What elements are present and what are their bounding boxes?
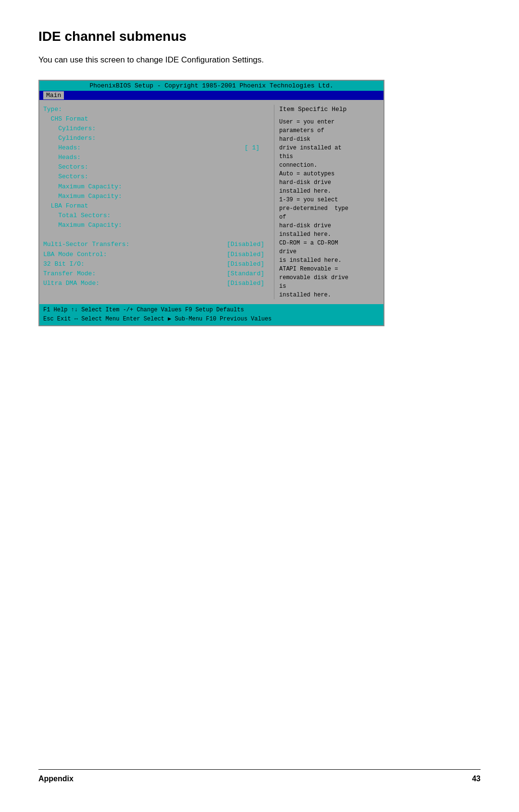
bios-footer-row2: Esc Exit ↔ Select Menu Enter Select ▶ Su… xyxy=(43,315,380,324)
bios-item-transfermode[interactable]: Transfer Mode:[Standard] xyxy=(43,269,269,279)
bios-item-cylinders1[interactable]: Cylinders: xyxy=(43,124,269,134)
bios-menu-main[interactable]: Main xyxy=(43,91,64,99)
bios-item-multisector[interactable]: Multi-Sector Transfers:[Disabled] xyxy=(43,240,269,249)
bios-help-title: Item Specific Help xyxy=(279,105,380,114)
bios-item-lbamode[interactable]: LBA Mode Control:[Disabled] xyxy=(43,250,269,259)
bios-help-text: User = you enter parameters of hard-disk… xyxy=(279,118,380,299)
bios-screen: PhoenixBIOS Setup - Copyright 1985-2001 … xyxy=(38,80,384,327)
bios-footer-row1: F1 Help ↑↓ Select Item -/+ Change Values… xyxy=(43,306,380,315)
bios-titlebar: PhoenixBIOS Setup - Copyright 1985-2001 … xyxy=(39,81,383,91)
bios-item-cylinders2[interactable]: Cylinders: xyxy=(43,134,269,143)
page-footer: Appendix 43 xyxy=(38,769,481,783)
bios-item-maxcap1[interactable]: Maximum Capacity: xyxy=(43,182,269,192)
bios-item-chs[interactable]: CHS Format xyxy=(43,114,269,124)
bios-footer: F1 Help ↑↓ Select Item -/+ Change Values… xyxy=(39,304,383,325)
bios-item-sectors1[interactable]: Sectors: xyxy=(43,162,269,172)
bios-item-sectors2[interactable]: Sectors: xyxy=(43,172,269,182)
bios-menubar: Main xyxy=(39,91,383,100)
bios-item-heads1[interactable]: Heads:[ 1] xyxy=(43,143,269,153)
bios-footer-line1: F1 Help ↑↓ Select Item -/+ Change Values… xyxy=(43,306,244,315)
page-title: IDE channel submenus xyxy=(38,29,481,44)
footer-page-number: 43 xyxy=(472,775,481,783)
footer-appendix-label: Appendix xyxy=(38,775,74,783)
intro-text: You can use this screen to change IDE Co… xyxy=(38,54,481,66)
bios-item-totalsectors[interactable]: Total Sectors: xyxy=(43,211,269,221)
bios-left-panel: Type: CHS Format Cylinders: Cylinders: H… xyxy=(43,105,274,300)
bios-item-type[interactable]: Type: xyxy=(43,105,269,114)
bios-item-32bit[interactable]: 32 Bit I/O:[Disabled] xyxy=(43,259,269,269)
bios-item-heads2[interactable]: Heads: xyxy=(43,153,269,162)
bios-item-maxcap2[interactable]: Maximum Capacity: xyxy=(43,192,269,201)
bios-body: Type: CHS Format Cylinders: Cylinders: H… xyxy=(39,100,383,305)
page-container: IDE channel submenus You can use this sc… xyxy=(0,0,519,812)
bios-item-ultradma[interactable]: Ultra DMA Mode:[Disabled] xyxy=(43,279,269,288)
bios-footer-line2: Esc Exit ↔ Select Menu Enter Select ▶ Su… xyxy=(43,315,272,324)
bios-item-maxcap3[interactable]: Maximum Capacity: xyxy=(43,221,269,230)
bios-item-lba[interactable]: LBA Format xyxy=(43,201,269,211)
bios-item-spacer xyxy=(43,230,269,240)
bios-right-panel: Item Specific Help User = you enter para… xyxy=(274,105,380,300)
